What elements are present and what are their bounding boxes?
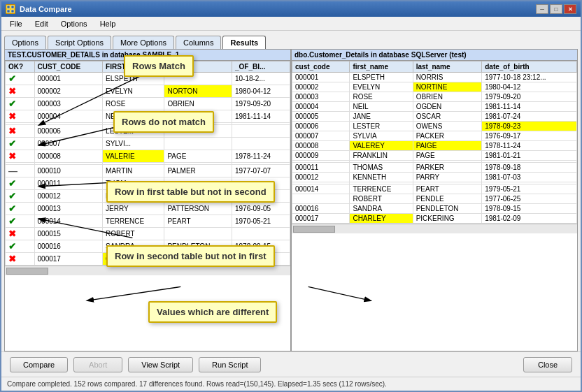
left-table-header: TEST.CUSTOMER_DETAILS in database SAMPLE…: [5, 50, 290, 61]
cust-cell-right: 000011: [292, 163, 350, 173]
last-cell: OGDEN: [164, 110, 232, 123]
table-row: 000009FRANKLINPAGE1981-01-21: [292, 151, 577, 161]
last-cell: [164, 125, 232, 138]
menu-file[interactable]: File: [4, 18, 28, 29]
last-cell-right: OSCAR: [413, 112, 482, 122]
status-cell: ✔: [6, 190, 35, 203]
dob-cell: 1978-11-24: [232, 150, 290, 163]
tab-script-options[interactable]: Script Options: [48, 36, 111, 49]
last-cell-right: PEART: [413, 184, 482, 194]
col-first-name: FIRST_N...: [103, 61, 164, 73]
last-cell: PAGE: [164, 150, 232, 163]
status-cell: —: [6, 165, 35, 177]
last-cell-right: PARRY: [413, 173, 482, 182]
last-cell-right: PAGE: [413, 151, 482, 161]
left-scrollbar-thumb[interactable]: [6, 268, 48, 275]
maximize-button[interactable]: □: [550, 4, 562, 14]
cust-cell: 000013: [34, 203, 103, 215]
right-table-pane[interactable]: dbo.Customer_Details in database SQLServ…: [292, 50, 577, 351]
first-cell-right: SYLVIA: [350, 131, 413, 141]
table-row: ✖000002EVELYNNORTON1980-04-12: [6, 85, 290, 98]
cust-cell-right: 000003: [292, 92, 350, 102]
cust-cell-right: 000012: [292, 173, 350, 182]
cust-cell-right: 000014: [292, 184, 350, 194]
status-cell: ✖: [6, 125, 35, 138]
first-cell: ROBERT: [103, 228, 164, 240]
cust-cell: 000010: [34, 165, 103, 177]
last-cell: [164, 73, 232, 85]
cust-cell: 000002: [34, 85, 103, 98]
last-cell-right: PAIGE: [413, 141, 482, 151]
dob-cell-right: 1977-06-25: [482, 194, 577, 204]
table-row: ROBERTPENDLE1977-06-25: [292, 194, 577, 204]
first-cell-right: ELSPETH: [350, 73, 413, 82]
table-row: 000017CHARLEYPICKERING1981-02-09: [292, 214, 577, 224]
dob-cell-right: 1981-07-03: [482, 173, 577, 182]
last-cell: PEART: [164, 215, 232, 228]
last-cell-right: NORRIS: [413, 73, 482, 82]
tab-options[interactable]: Options: [4, 36, 46, 49]
dob-cell-right: 1978-09-23: [482, 122, 577, 131]
table-row: 000002EVELYNNORTINE1980-04-12: [292, 82, 577, 92]
table-row: 000006LESTEROWENS1978-09-23: [292, 122, 577, 131]
first-cell-right: ROBERT: [350, 194, 413, 204]
table-row: ✖000006LESTE...: [6, 125, 290, 138]
table-row: ✔000013JERRYPATTERSON1976-09-05: [6, 203, 290, 215]
dob-cell-right: 1977-10-18 23:12...: [482, 73, 577, 82]
table-row: ✔000003ROSEOBRIEN1979-09-20: [6, 98, 290, 110]
col-ok: OK?: [6, 61, 35, 73]
menu-options[interactable]: Options: [55, 18, 93, 29]
right-data-table: cust_code first_name last_name date_of_b…: [292, 61, 577, 224]
cust-cell: 000007: [34, 138, 103, 150]
table-row: ✔000014TERRENCEPEART1970-05-21: [6, 215, 290, 228]
menu-help[interactable]: Help: [94, 18, 122, 29]
run-script-button[interactable]: Run Script: [199, 357, 261, 372]
dob-cell: 1981-02-09: [232, 253, 290, 266]
left-scrollbar-h[interactable]: [5, 266, 290, 275]
last-cell: PENDLETON: [164, 240, 232, 253]
status-cell: ✖: [6, 110, 35, 123]
col-dob: _OF_BI...: [232, 61, 290, 73]
tab-columns[interactable]: Columns: [176, 36, 221, 49]
table-row: ✔000016SANDRAPENDLETON1978-09-15: [6, 240, 290, 253]
last-cell-right: PARKER: [413, 163, 482, 173]
close-window-button[interactable]: ✕: [564, 4, 576, 14]
cust-cell: 000003: [34, 98, 103, 110]
first-cell-right: KENNETH: [350, 173, 413, 182]
cust-cell: 000014: [34, 215, 103, 228]
menu-edit[interactable]: Edit: [29, 18, 54, 29]
right-scrollbar-thumb[interactable]: [293, 226, 335, 233]
tab-more-options[interactable]: More Options: [113, 36, 174, 49]
content-area: TEST.CUSTOMER_DETAILS in database SAMPLE…: [4, 49, 578, 351]
view-script-button[interactable]: View Script: [128, 357, 193, 372]
cust-cell: 000008: [34, 150, 103, 163]
dob-cell: [232, 138, 290, 150]
last-cell-right: PACKER: [413, 131, 482, 141]
last-cell: [164, 190, 232, 203]
dob-cell: 1976-09-05: [232, 203, 290, 215]
status-cell: ✔: [6, 203, 35, 215]
first-cell-right: VALEREY: [350, 141, 413, 151]
compare-button[interactable]: Compare: [10, 357, 68, 372]
col-r-cust-code: cust_code: [292, 61, 350, 73]
first-cell: ELSPETH: [103, 73, 164, 85]
table-row: 000005JANEOSCAR1981-07-24: [292, 112, 577, 122]
first-cell-right: EVELYN: [350, 82, 413, 92]
left-table-pane[interactable]: TEST.CUSTOMER_DETAILS in database SAMPLE…: [5, 50, 292, 351]
tab-results[interactable]: Results: [222, 36, 266, 49]
cust-cell: 000001: [34, 73, 103, 85]
first-cell: LESTE...: [103, 125, 164, 138]
first-cell-right: FRANKLIN: [350, 151, 413, 161]
table-row: ✔000012KENN...: [6, 190, 290, 203]
close-button[interactable]: Close: [523, 357, 572, 372]
dob-cell: [232, 190, 290, 203]
dob-cell: [232, 177, 290, 190]
first-cell: THOM...: [103, 177, 164, 190]
last-cell: PALMER: [164, 165, 232, 177]
dob-cell: [232, 228, 290, 240]
cust-cell: 000017: [34, 253, 103, 266]
cust-cell-right: 000005: [292, 112, 350, 122]
minimize-button[interactable]: ─: [536, 4, 548, 14]
right-scrollbar-h[interactable]: [292, 224, 577, 233]
dob-cell-right: 1979-09-20: [482, 92, 577, 102]
